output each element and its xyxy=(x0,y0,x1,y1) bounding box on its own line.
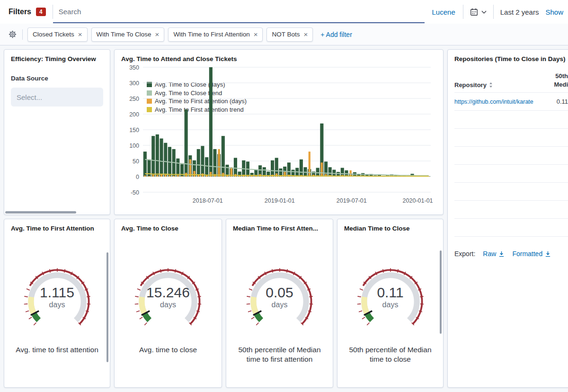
table-row-empty xyxy=(454,129,568,147)
gauge-unit: days xyxy=(13,300,101,310)
data-source-select[interactable]: Select... xyxy=(11,88,103,107)
time-range-button[interactable]: Last 2 years xyxy=(494,8,546,16)
show-dates-link[interactable]: Show xyxy=(545,8,563,16)
svg-text:2018-07-01: 2018-07-01 xyxy=(193,197,223,204)
filter-pill[interactable]: Closed Tickets× xyxy=(27,27,88,42)
gauge-value: 0.05 xyxy=(236,285,324,300)
vertical-scrollbar[interactable] xyxy=(106,252,108,362)
svg-text:50: 50 xyxy=(133,158,139,165)
panel-title: Efficiency: Timing Overview xyxy=(11,55,103,62)
divider xyxy=(22,29,23,40)
table-row-empty xyxy=(454,183,568,201)
table-row-empty xyxy=(454,111,568,129)
download-icon xyxy=(545,251,551,257)
export-raw-link[interactable]: Raw xyxy=(483,250,505,258)
svg-text:350: 350 xyxy=(129,64,139,71)
panel-gauge-median-close: Median Time to Close 0.11 days 50th perc… xyxy=(337,219,444,388)
data-source-label: Data Source xyxy=(11,75,103,82)
panel-title: Avg. Time to Close xyxy=(121,225,215,232)
svg-text:300: 300 xyxy=(129,80,139,87)
download-icon xyxy=(498,251,505,257)
svg-text:2019-01-01: 2019-01-01 xyxy=(265,197,295,204)
svg-text:-50: -50 xyxy=(131,189,139,196)
panel-gauge-avg-close: Avg. Time to Close 15.246 days Avg. time… xyxy=(114,219,222,388)
svg-text:200: 200 xyxy=(129,111,139,118)
svg-text:2020-01-01: 2020-01-01 xyxy=(403,197,433,204)
filter-pill[interactable]: With Time To Close× xyxy=(91,27,165,42)
panel-title: Median Time to Close xyxy=(344,225,436,232)
remove-filter-icon[interactable]: × xyxy=(155,31,160,38)
export-row: Export: Raw Formatted xyxy=(454,250,568,258)
column-header-label: Repository xyxy=(454,81,487,89)
table-row-empty xyxy=(454,165,568,183)
filters-count-badge: 4 xyxy=(36,8,46,16)
chevron-down-icon xyxy=(481,10,487,14)
export-label: Export: xyxy=(454,250,475,258)
panel-repositories: Repositories (Time to Close in Days) Rep… xyxy=(447,49,568,388)
gear-icon xyxy=(9,30,17,38)
add-filter-link[interactable]: + Add filter xyxy=(320,31,352,38)
date-picker-button[interactable] xyxy=(463,0,493,24)
filter-pill[interactable]: NOT Bots× xyxy=(266,27,313,42)
filter-bar: Closed Tickets×With Time To Close×With T… xyxy=(0,24,568,45)
empty-table-rows xyxy=(454,111,568,237)
panel-attend-close-chart: Avg. Time to Attend and Close Tickets Av… xyxy=(114,49,444,215)
gauge-chart: 0.05 days xyxy=(236,259,324,325)
panel-gauge-median-first-attention: Median Time to First Atten... 0.05 days … xyxy=(226,219,333,388)
bar-chart-svg: -500501001502002503003502018-07-012019-0… xyxy=(121,63,436,206)
gauge-value: 1.115 xyxy=(13,285,101,300)
filter-pill[interactable]: With Time to First Attention× xyxy=(168,27,263,42)
remove-filter-icon[interactable]: × xyxy=(254,31,258,38)
filter-pill-label: Closed Tickets xyxy=(33,31,74,38)
filters-toggle[interactable]: Filters 4 xyxy=(9,8,53,16)
svg-text:100: 100 xyxy=(129,143,139,149)
panel-title: Avg. Time to Attend and Close Tickets xyxy=(121,55,436,62)
table-row: https://github.com/intuit/karate 0.11 xyxy=(454,93,568,111)
svg-text:250: 250 xyxy=(129,96,139,102)
gauge-chart: 15.246 days xyxy=(124,259,212,325)
repositories-table: Repository 50th Medi https://github.com/… xyxy=(454,72,568,237)
gauge-reading: 0.05 days xyxy=(236,285,324,310)
gauge-reading: 1.115 days xyxy=(13,285,101,310)
gauge-chart: 0.11 days xyxy=(346,259,435,325)
column-header-percentile[interactable]: 50th Medi xyxy=(554,72,568,89)
panel-title: Median Time to First Atten... xyxy=(233,225,326,232)
horizontal-scrollbar[interactable] xyxy=(5,211,76,214)
vertical-scrollbar[interactable] xyxy=(440,250,442,334)
gauge-caption: 50th percentile of Median time to first … xyxy=(236,345,323,364)
calendar-icon xyxy=(470,8,478,16)
filter-pill-label: With Time to First Attention xyxy=(173,31,249,38)
export-formatted-link[interactable]: Formatted xyxy=(512,250,551,258)
gauge-unit: days xyxy=(124,300,212,310)
filter-pill-label: NOT Bots xyxy=(272,31,300,38)
panel-timing-overview: Efficiency: Timing Overview Data Source … xyxy=(4,49,110,215)
remove-filter-icon[interactable]: × xyxy=(78,31,82,38)
svg-text:0: 0 xyxy=(136,174,139,180)
search-bar: Lucene xyxy=(53,0,463,24)
gauge-reading: 0.11 days xyxy=(346,285,435,310)
column-header-repository[interactable]: Repository xyxy=(454,81,493,89)
gauge-caption: Avg. time to first attention xyxy=(16,345,98,355)
filter-options-button[interactable] xyxy=(8,29,18,39)
gauge-caption: Avg. time to close xyxy=(139,345,197,355)
remove-filter-icon[interactable]: × xyxy=(303,31,308,38)
panel-title: Repositories (Time to Close in Days) xyxy=(454,55,568,62)
gauge-value: 15.246 xyxy=(124,285,212,300)
gauge-caption: 50th percentile of Median time to close xyxy=(346,345,434,364)
bar-chart: Avg. Time to Close (days) Avg. Time to C… xyxy=(121,63,436,206)
svg-text:150: 150 xyxy=(129,127,139,134)
gauge-chart: 1.115 days xyxy=(13,259,101,325)
search-input[interactable] xyxy=(53,1,425,23)
table-row-empty xyxy=(454,201,568,219)
filter-pill-group: Closed Tickets×With Time To Close×With T… xyxy=(27,27,313,42)
filter-pill-label: With Time To Close xyxy=(97,31,151,38)
table-row-empty xyxy=(454,147,568,165)
panel-gauge-avg-first-attention: Avg. Time to First Attention 1.115 days … xyxy=(4,219,110,388)
panel-title: Avg. Time to First Attention xyxy=(11,225,103,232)
gauge-value: 0.11 xyxy=(346,285,435,300)
repository-link[interactable]: https://github.com/intuit/karate xyxy=(454,98,533,105)
sort-icon xyxy=(489,82,493,88)
table-row-empty xyxy=(454,219,568,237)
query-language-button[interactable]: Lucene xyxy=(425,8,463,16)
select-placeholder: Select... xyxy=(17,93,42,101)
